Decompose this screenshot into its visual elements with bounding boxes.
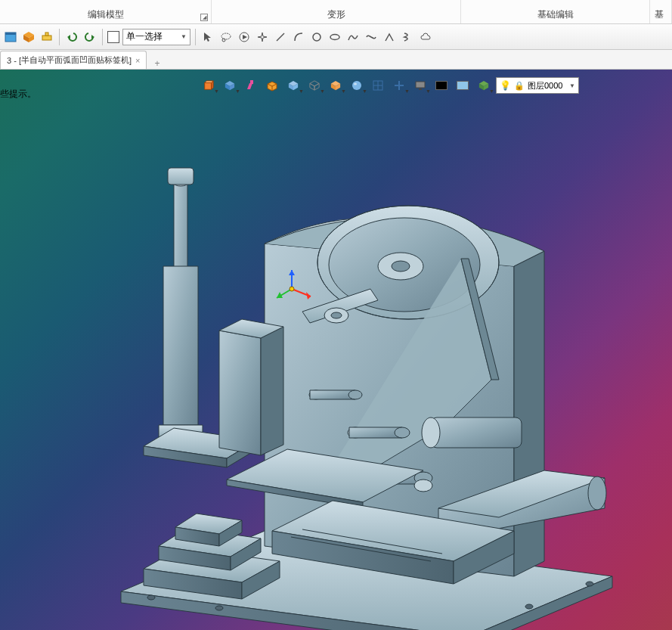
window-icon[interactable] [3,29,18,45]
svg-marker-32 [310,81,319,86]
lock-icon: 🔒 [514,81,525,91]
cloud-icon[interactable] [418,29,433,45]
svg-marker-71 [514,251,544,576]
sphere-icon[interactable]: ▼ [348,77,366,94]
chevron-down-icon: ▼ [341,88,346,94]
brick-icon[interactable] [263,77,281,94]
svg-rect-46 [419,88,422,90]
highlighter-icon[interactable] [242,77,260,94]
selection-filter-icon[interactable] [107,31,119,43]
color-blue-swatch[interactable] [454,77,472,94]
ribbon-group-basic-edit[interactable]: 基础编辑 [461,0,650,23]
svg-rect-5 [42,36,51,40]
3d-viewport[interactable]: 些提示。 ▼ ▼ ▼ ▼ ▼ ▼ [0,70,672,630]
lasso-icon[interactable] [218,29,234,45]
helix-icon[interactable] [400,29,415,45]
ellipse-icon[interactable] [327,29,342,45]
svg-point-85 [395,427,410,438]
svg-point-108 [525,604,533,609]
viewport-hint: 些提示。 [0,88,36,101]
svg-rect-44 [398,81,400,90]
svg-rect-65 [163,266,198,425]
svg-marker-19 [212,81,214,89]
svg-rect-64 [168,168,194,185]
selection-mode-dropdown[interactable]: 单一选择 ▼ [122,29,190,45]
svg-rect-6 [45,33,48,36]
redo-icon[interactable] [82,29,98,45]
dialog-launcher-icon[interactable]: ◢ [200,14,208,21]
separator [59,29,60,45]
circle-icon[interactable] [309,29,324,45]
svg-point-10 [221,33,231,39]
svg-marker-95 [261,327,283,455]
play-icon[interactable] [237,29,252,45]
document-tab-suffix: ] [129,56,132,65]
svg-line-14 [277,33,284,41]
monitor-icon[interactable]: ▼ [411,77,429,94]
wireframe-cube-icon[interactable]: ▼ [305,77,324,94]
svg-point-16 [330,34,339,39]
svg-point-99 [588,476,606,510]
chevron-down-icon: ▼ [214,88,219,94]
svg-point-91 [422,417,440,448]
document-tab-name: 半自动平面弧面凹面贴标签机 [21,54,129,66]
ribbon-group-label: 编辑模型 [88,8,124,21]
cad-model [106,153,620,630]
document-tab-bar: 3 - [ 半自动平面弧面凹面贴标签机 ] × + [0,50,672,70]
section-icon[interactable] [369,77,387,94]
chevron-down-icon: ▼ [426,88,431,94]
svg-point-105 [147,595,155,600]
tool-yellow-icon[interactable] [39,29,54,45]
section-plane-icon[interactable]: ▼ [390,77,408,94]
svg-marker-33 [310,83,314,90]
svg-marker-9 [204,33,211,42]
svg-marker-23 [247,83,252,89]
ribbon-group-edit-model[interactable]: 编辑模型 ◢ [0,0,212,23]
ribbon-group-label: 变形 [327,8,345,21]
svg-rect-17 [205,83,212,90]
line-icon[interactable] [273,29,288,45]
svg-rect-24 [250,80,253,84]
view-home-icon[interactable]: ▼ [200,77,218,94]
chevron-down-icon: ▼ [489,88,494,94]
svg-point-79 [331,312,342,318]
edge-icon[interactable] [382,29,397,45]
svg-marker-34 [314,83,319,90]
add-tab-button[interactable]: + [147,58,167,69]
chevron-down-icon: ▼ [235,88,240,94]
svg-point-89 [414,479,432,492]
chevron-down-icon: ▼ [362,88,367,94]
bulb-icon: 💡 [500,80,511,91]
ribbon-group-more[interactable]: 基 [650,0,672,23]
chevron-down-icon: ▼ [299,88,304,94]
spline-icon[interactable] [345,29,361,45]
gold-cube-icon[interactable]: ▼ [327,77,345,94]
ribbon-group-label: 基础编辑 [537,8,574,21]
cube-orange-icon[interactable] [21,29,36,45]
close-icon[interactable]: × [135,56,140,65]
svg-point-82 [348,390,362,399]
arc-icon[interactable] [291,29,306,45]
curve-icon[interactable] [364,29,379,45]
svg-point-38 [352,81,361,90]
shaded-cube-icon[interactable]: ▼ [284,77,302,94]
svg-point-106 [215,606,223,610]
ribbon-group-deform[interactable]: 变形 [212,0,461,23]
undo-icon[interactable] [64,29,79,45]
svg-rect-45 [416,82,425,88]
layer-dropdown[interactable]: 💡 🔒 图层0000 ▼ [496,77,579,94]
selection-mode-label: 单一选择 [126,30,163,43]
view-face-icon[interactable]: ▼ [221,77,239,94]
main-toolbar: 单一选择 ▼ [0,24,672,50]
svg-marker-94 [219,331,261,455]
document-tab-prefix: 3 - [ [7,56,21,65]
color-black-swatch[interactable] [432,77,451,94]
document-tab[interactable]: 3 - [ 半自动平面弧面凹面贴标签机 ] × [0,51,147,69]
green-cube-icon[interactable]: ▼ [475,77,493,94]
svg-point-15 [313,33,321,41]
layer-label: 图层0000 [528,80,562,92]
ribbon-group-label: 基 [655,8,664,21]
sparkle-icon[interactable] [255,29,270,45]
pointer-icon[interactable] [200,29,215,45]
svg-point-76 [392,261,410,272]
